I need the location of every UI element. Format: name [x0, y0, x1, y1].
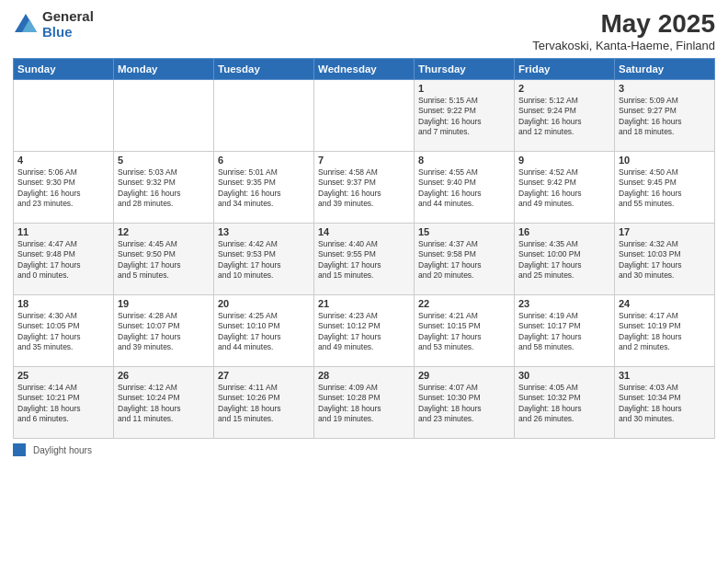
day-info: Sunrise: 4:35 AMSunset: 10:00 PMDaylight…: [518, 239, 610, 282]
day-cell: 26Sunrise: 4:12 AMSunset: 10:24 PMDaylig…: [114, 367, 214, 439]
day-number: 18: [17, 298, 109, 309]
day-info: Sunrise: 4:25 AMSunset: 10:10 PMDaylight…: [218, 311, 310, 353]
col-header-friday: Friday: [515, 59, 615, 80]
col-header-sunday: Sunday: [14, 59, 114, 80]
day-cell: 14Sunrise: 4:40 AMSunset: 9:55 PMDayligh…: [314, 224, 415, 295]
legend-label: Daylight hours: [33, 445, 92, 455]
day-cell: 13Sunrise: 4:42 AMSunset: 9:53 PMDayligh…: [214, 224, 314, 295]
day-cell: 4Sunrise: 5:06 AMSunset: 9:30 PMDaylight…: [14, 152, 114, 224]
day-info: Sunrise: 5:01 AMSunset: 9:35 PMDaylight:…: [218, 167, 310, 210]
day-cell: 10Sunrise: 4:50 AMSunset: 9:45 PMDayligh…: [615, 152, 715, 224]
day-cell: 11Sunrise: 4:47 AMSunset: 9:48 PMDayligh…: [14, 224, 114, 295]
day-info: Sunrise: 4:14 AMSunset: 10:21 PMDaylight…: [17, 383, 109, 425]
day-number: 23: [518, 298, 610, 309]
day-cell: 9Sunrise: 4:52 AMSunset: 9:42 PMDaylight…: [515, 152, 615, 224]
day-cell: 8Sunrise: 4:55 AMSunset: 9:40 PMDaylight…: [415, 152, 515, 224]
day-cell: 21Sunrise: 4:23 AMSunset: 10:12 PMDaylig…: [314, 295, 415, 367]
day-cell: 19Sunrise: 4:28 AMSunset: 10:07 PMDaylig…: [114, 295, 214, 367]
day-number: 4: [17, 155, 109, 166]
day-info: Sunrise: 4:50 AMSunset: 9:45 PMDaylight:…: [619, 167, 711, 210]
day-info: Sunrise: 5:12 AMSunset: 9:24 PMDaylight:…: [518, 96, 610, 138]
day-cell: 31Sunrise: 4:03 AMSunset: 10:34 PMDaylig…: [615, 367, 715, 439]
day-cell: 22Sunrise: 4:21 AMSunset: 10:15 PMDaylig…: [415, 295, 515, 367]
day-cell: 17Sunrise: 4:32 AMSunset: 10:03 PMDaylig…: [615, 224, 715, 295]
day-number: 6: [218, 155, 310, 166]
day-info: Sunrise: 4:23 AMSunset: 10:12 PMDaylight…: [318, 311, 410, 353]
day-info: Sunrise: 4:03 AMSunset: 10:34 PMDaylight…: [619, 383, 711, 425]
day-number: 1: [418, 83, 510, 94]
day-number: 22: [418, 298, 510, 309]
day-info: Sunrise: 5:09 AMSunset: 9:27 PMDaylight:…: [619, 96, 711, 138]
day-number: 5: [118, 155, 210, 166]
day-info: Sunrise: 4:11 AMSunset: 10:26 PMDaylight…: [218, 383, 310, 425]
logo-text: General Blue: [42, 9, 94, 40]
day-number: 30: [518, 370, 610, 381]
day-cell: [14, 80, 114, 152]
week-row-1: 1Sunrise: 5:15 AMSunset: 9:22 PMDaylight…: [14, 80, 715, 152]
day-cell: 5Sunrise: 5:03 AMSunset: 9:32 PMDaylight…: [114, 152, 214, 224]
day-number: 11: [17, 226, 109, 237]
day-info: Sunrise: 4:17 AMSunset: 10:19 PMDaylight…: [619, 311, 711, 353]
page: General Blue May 2025 Tervakoski, Kanta-…: [0, 0, 728, 563]
col-header-saturday: Saturday: [615, 59, 715, 80]
day-info: Sunrise: 4:28 AMSunset: 10:07 PMDaylight…: [118, 311, 210, 353]
header-row: SundayMondayTuesdayWednesdayThursdayFrid…: [14, 59, 715, 80]
day-cell: 12Sunrise: 4:45 AMSunset: 9:50 PMDayligh…: [114, 224, 214, 295]
day-cell: [314, 80, 415, 152]
col-header-thursday: Thursday: [415, 59, 515, 80]
day-number: 26: [118, 370, 210, 381]
header: General Blue May 2025 Tervakoski, Kanta-…: [13, 9, 715, 52]
day-cell: 29Sunrise: 4:07 AMSunset: 10:30 PMDaylig…: [415, 367, 515, 439]
day-cell: 6Sunrise: 5:01 AMSunset: 9:35 PMDaylight…: [214, 152, 314, 224]
day-cell: 30Sunrise: 4:05 AMSunset: 10:32 PMDaylig…: [515, 367, 615, 439]
day-info: Sunrise: 4:21 AMSunset: 10:15 PMDaylight…: [418, 311, 510, 353]
day-number: 20: [218, 298, 310, 309]
footer: Daylight hours: [13, 443, 715, 456]
day-cell: 3Sunrise: 5:09 AMSunset: 9:27 PMDaylight…: [615, 80, 715, 152]
day-info: Sunrise: 4:45 AMSunset: 9:50 PMDaylight:…: [118, 239, 210, 282]
week-row-3: 11Sunrise: 4:47 AMSunset: 9:48 PMDayligh…: [14, 224, 715, 295]
day-cell: 15Sunrise: 4:37 AMSunset: 9:58 PMDayligh…: [415, 224, 515, 295]
day-info: Sunrise: 4:42 AMSunset: 9:53 PMDaylight:…: [218, 239, 310, 282]
day-cell: 18Sunrise: 4:30 AMSunset: 10:05 PMDaylig…: [14, 295, 114, 367]
day-info: Sunrise: 4:05 AMSunset: 10:32 PMDaylight…: [518, 383, 610, 425]
day-number: 24: [619, 298, 711, 309]
day-number: 7: [318, 155, 410, 166]
day-number: 15: [418, 226, 510, 237]
day-info: Sunrise: 4:40 AMSunset: 9:55 PMDaylight:…: [318, 239, 410, 282]
day-cell: 23Sunrise: 4:19 AMSunset: 10:17 PMDaylig…: [515, 295, 615, 367]
day-number: 12: [118, 226, 210, 237]
day-cell: 28Sunrise: 4:09 AMSunset: 10:28 PMDaylig…: [314, 367, 415, 439]
day-cell: 20Sunrise: 4:25 AMSunset: 10:10 PMDaylig…: [214, 295, 314, 367]
day-cell: 25Sunrise: 4:14 AMSunset: 10:21 PMDaylig…: [14, 367, 114, 439]
calendar-table: SundayMondayTuesdayWednesdayThursdayFrid…: [13, 58, 715, 439]
logo-blue-label: Blue: [42, 25, 94, 40]
day-number: 19: [118, 298, 210, 309]
day-cell: 2Sunrise: 5:12 AMSunset: 9:24 PMDaylight…: [515, 80, 615, 152]
day-number: 10: [619, 155, 711, 166]
day-info: Sunrise: 4:07 AMSunset: 10:30 PMDaylight…: [418, 383, 510, 425]
day-info: Sunrise: 4:58 AMSunset: 9:37 PMDaylight:…: [318, 167, 410, 210]
day-info: Sunrise: 4:37 AMSunset: 9:58 PMDaylight:…: [418, 239, 510, 282]
day-number: 27: [218, 370, 310, 381]
day-number: 9: [518, 155, 610, 166]
day-number: 2: [518, 83, 610, 94]
day-cell: 1Sunrise: 5:15 AMSunset: 9:22 PMDaylight…: [415, 80, 515, 152]
logo-general-label: General: [42, 9, 94, 25]
day-info: Sunrise: 5:06 AMSunset: 9:30 PMDaylight:…: [17, 167, 109, 210]
day-info: Sunrise: 4:19 AMSunset: 10:17 PMDaylight…: [518, 311, 610, 353]
logo-icon: [13, 12, 39, 38]
logo: General Blue: [13, 9, 94, 40]
day-number: 29: [418, 370, 510, 381]
subtitle: Tervakoski, Kanta-Haeme, Finland: [532, 39, 715, 52]
day-number: 25: [17, 370, 109, 381]
day-cell: 7Sunrise: 4:58 AMSunset: 9:37 PMDaylight…: [314, 152, 415, 224]
day-number: 17: [619, 226, 711, 237]
day-number: 21: [318, 298, 410, 309]
day-info: Sunrise: 4:09 AMSunset: 10:28 PMDaylight…: [318, 383, 410, 425]
day-info: Sunrise: 4:52 AMSunset: 9:42 PMDaylight:…: [518, 167, 610, 210]
day-number: 28: [318, 370, 410, 381]
title-area: May 2025 Tervakoski, Kanta-Haeme, Finlan…: [532, 9, 715, 52]
week-row-4: 18Sunrise: 4:30 AMSunset: 10:05 PMDaylig…: [14, 295, 715, 367]
day-info: Sunrise: 4:32 AMSunset: 10:03 PMDaylight…: [619, 239, 711, 282]
